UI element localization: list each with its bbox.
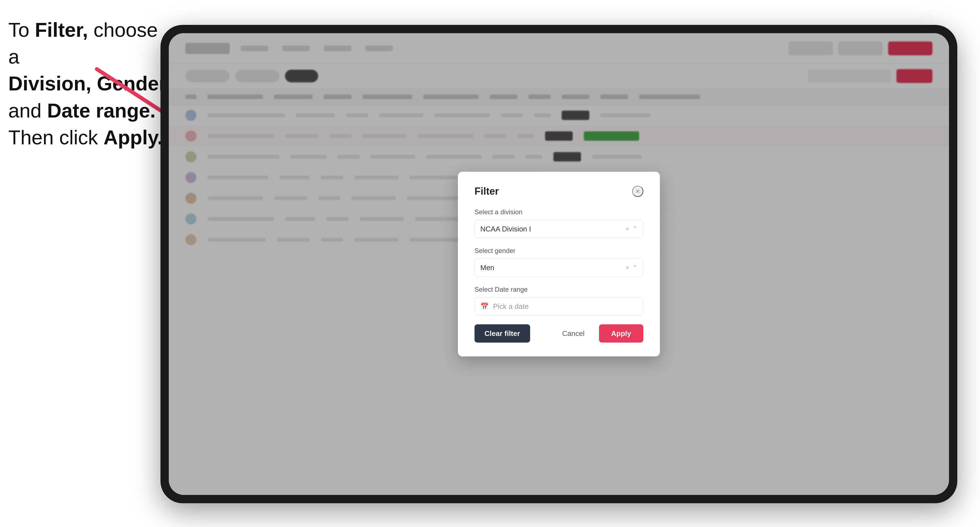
- bold-date-range: Date range.: [47, 100, 156, 122]
- gender-chevron-icon: ⌃: [633, 264, 638, 271]
- tablet-screen: Filter × Select a division NCAA Division…: [169, 33, 949, 495]
- bold-division-gender: Division, Gender: [8, 73, 167, 95]
- modal-overlay: Filter × Select a division NCAA Division…: [169, 33, 949, 495]
- division-form-group: Select a division NCAA Division I × ⌃: [474, 208, 643, 238]
- gender-select-actions: × ⌃: [625, 264, 638, 271]
- gender-select-value: Men: [480, 264, 625, 272]
- modal-footer: Clear filter Cancel Apply: [474, 324, 643, 343]
- modal-title: Filter: [474, 186, 499, 197]
- gender-select[interactable]: Men × ⌃: [474, 259, 643, 277]
- instruction-line4: Then click Apply.: [8, 126, 163, 148]
- bold-filter: Filter,: [35, 19, 88, 41]
- modal-header: Filter ×: [474, 186, 643, 197]
- instruction-line3: and Date range.: [8, 100, 156, 122]
- division-select-value: NCAA Division I: [480, 225, 625, 233]
- division-clear-icon[interactable]: ×: [625, 225, 629, 233]
- modal-close-button[interactable]: ×: [632, 186, 643, 197]
- tablet-frame: Filter × Select a division NCAA Division…: [161, 25, 957, 503]
- date-placeholder: Pick a date: [493, 302, 529, 311]
- apply-button[interactable]: Apply: [599, 324, 643, 343]
- calendar-icon: 📅: [480, 303, 488, 310]
- cancel-button[interactable]: Cancel: [552, 324, 595, 343]
- clear-filter-button[interactable]: Clear filter: [474, 324, 530, 343]
- date-range-label: Select Date range: [474, 286, 643, 294]
- division-select-actions: × ⌃: [625, 225, 638, 233]
- gender-clear-icon[interactable]: ×: [625, 264, 629, 271]
- date-range-form-group: Select Date range 📅 Pick a date: [474, 286, 643, 316]
- division-label: Select a division: [474, 208, 643, 216]
- gender-label: Select gender: [474, 247, 643, 255]
- bold-apply: Apply.: [103, 126, 163, 148]
- date-range-input[interactable]: 📅 Pick a date: [474, 297, 643, 316]
- gender-form-group: Select gender Men × ⌃: [474, 247, 643, 277]
- division-select[interactable]: NCAA Division I × ⌃: [474, 220, 643, 238]
- instruction-block: To Filter, choose a Division, Gender and…: [8, 17, 169, 151]
- instruction-line1: To Filter, choose a: [8, 19, 158, 68]
- division-chevron-icon: ⌃: [633, 225, 638, 233]
- filter-modal: Filter × Select a division NCAA Division…: [458, 172, 660, 356]
